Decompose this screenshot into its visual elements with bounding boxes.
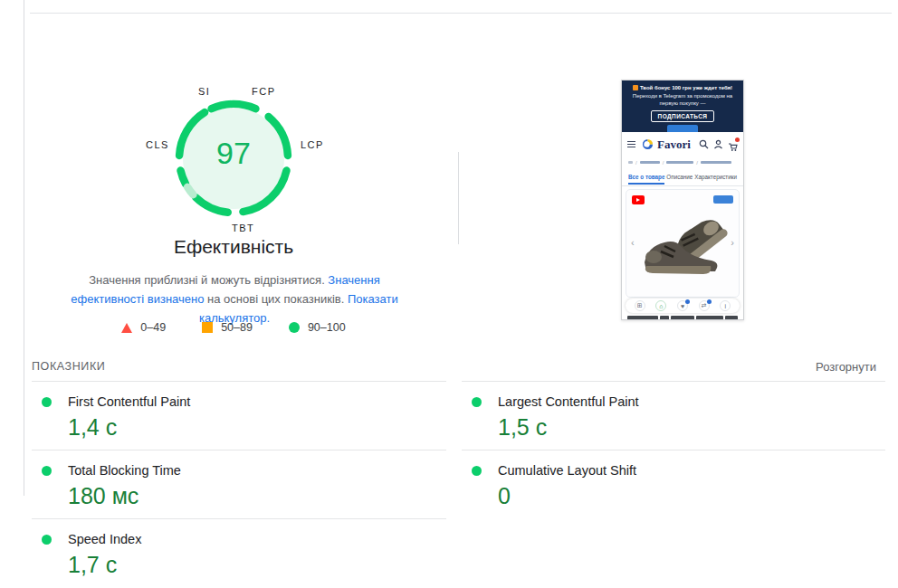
legend-range: 0–49 xyxy=(140,321,166,334)
column-divider xyxy=(458,152,459,244)
performance-title: Ефективність xyxy=(98,236,369,258)
good-dot-icon xyxy=(472,397,482,407)
product-tabs: Все о товаре Описание Характеристики xyxy=(622,168,743,186)
average-square-icon xyxy=(202,322,213,333)
metric-row-tbt: Total Blocking Time 180 мс xyxy=(32,450,446,518)
poor-triangle-icon xyxy=(121,323,132,333)
metric-value: 0 xyxy=(498,483,885,509)
metric-row-si: Speed Index 1,7 с xyxy=(32,518,446,587)
good-circle-icon xyxy=(289,322,300,333)
shop-name: Favori xyxy=(657,138,691,152)
tab-specs: Характеристики xyxy=(694,174,737,180)
metric-name: Cumulative Layout Shift xyxy=(498,463,885,478)
metric-name: Largest Contentful Paint xyxy=(498,394,885,409)
metric-value: 1,7 с xyxy=(68,552,446,578)
legend-range: 50–89 xyxy=(221,321,253,334)
gauge-label-tbt: TBT xyxy=(232,223,254,233)
product-photo-shoes xyxy=(639,203,733,284)
subscribe-button: ПОДПИСАТЬСЯ xyxy=(651,110,715,122)
shop-header: Favori xyxy=(622,132,743,156)
catalog-icon: ⊞ xyxy=(635,300,645,311)
search-icon xyxy=(699,139,709,149)
left-border-line xyxy=(24,0,24,496)
page-screenshot-thumbnail: Твой бонус 100 грн уже ждет тебя! Перехо… xyxy=(621,80,744,320)
breadcrumb: / / / xyxy=(622,156,743,168)
metric-value: 1,4 с xyxy=(68,414,446,441)
menu-icon xyxy=(627,141,635,143)
tab-description: Описание xyxy=(666,174,693,180)
gauge-label-fcp: FCP xyxy=(252,86,276,97)
cart-icon xyxy=(728,139,738,149)
metric-value: 1,5 с xyxy=(498,414,885,441)
gallery-prev-icon: ‹ xyxy=(631,237,635,248)
legend-item-good: 90–100 xyxy=(289,321,346,334)
good-dot-icon xyxy=(42,466,52,476)
legend-item-average: 50–89 xyxy=(202,321,253,334)
disclaimer-text: Значення приблизні й можуть відрізнятися… xyxy=(52,270,417,327)
good-dot-icon xyxy=(42,397,52,407)
metric-row-lcp: Largest Contentful Paint 1,5 с xyxy=(462,381,885,450)
metric-name: Total Blocking Time xyxy=(68,463,446,478)
favori-logo-icon xyxy=(642,138,654,150)
legend-range: 90–100 xyxy=(308,321,346,334)
product-gallery: ‹ › ⊞ ⌂ ♥ ⇄ i xyxy=(622,186,743,320)
gauge-remainder-segment xyxy=(187,187,193,194)
good-dot-icon xyxy=(472,466,482,476)
metric-value: 180 мс xyxy=(68,483,446,509)
metric-row-fcp: First Contentful Paint 1,4 с xyxy=(32,381,446,450)
tab-all-about-product: Все о товаре xyxy=(628,174,664,185)
info-icon: i xyxy=(720,300,731,311)
metrics-column-left: First Contentful Paint 1,4 с Total Block… xyxy=(32,381,446,587)
compare-icon: ⇄ xyxy=(699,300,710,311)
cart-badge xyxy=(735,138,740,142)
pagespeed-report: 97 SI FCP LCP TBT CLS Ефективність Значе… xyxy=(0,0,898,588)
gallery-next-icon: › xyxy=(731,237,734,248)
wishlist-badge xyxy=(685,299,690,304)
top-divider xyxy=(30,13,892,14)
expand-metrics-link[interactable]: Розгорнути xyxy=(816,360,876,374)
metric-name: First Contentful Paint xyxy=(68,394,446,409)
good-dot-icon xyxy=(42,535,52,545)
gift-icon xyxy=(633,85,638,90)
mobile-nav-bar: ⊞ ⌂ ♥ ⇄ i xyxy=(626,299,740,313)
metric-row-cls: Cumulative Layout Shift 0 xyxy=(462,450,885,518)
promo-banner-text: Твой бонус 100 грн уже ждет тебя! Перехо… xyxy=(626,84,739,108)
product-title-truncated xyxy=(627,316,738,320)
home-icon xyxy=(628,161,633,164)
metric-name: Speed Index xyxy=(68,532,446,546)
metrics-section-heading: ПОКАЗНИКИ xyxy=(32,360,105,373)
gauge-label-lcp: LCP xyxy=(301,139,324,150)
home-icon: ⌂ xyxy=(655,300,666,311)
disclaimer-part1: Значення приблизні й можуть відрізнятися… xyxy=(89,273,328,287)
legend-item-poor: 0–49 xyxy=(121,321,166,334)
gauge-label-cls: CLS xyxy=(146,139,169,150)
promo-banner: Твой бонус 100 грн уже ждет тебя! Перехо… xyxy=(622,81,743,132)
metrics-column-right: Largest Contentful Paint 1,5 с Cumulativ… xyxy=(462,381,885,518)
performance-score: 97 xyxy=(170,136,297,171)
gauge-label-si: SI xyxy=(198,86,210,97)
account-icon xyxy=(713,139,723,149)
header-icons xyxy=(699,139,738,149)
wishlist-icon: ♥ xyxy=(677,300,688,311)
disclaimer-part2: на основі цих показників. xyxy=(204,292,347,306)
product-image-card: ‹ › xyxy=(626,189,740,298)
compare-badge xyxy=(707,299,712,304)
score-legend: 0–49 50–89 90–100 xyxy=(89,321,378,334)
